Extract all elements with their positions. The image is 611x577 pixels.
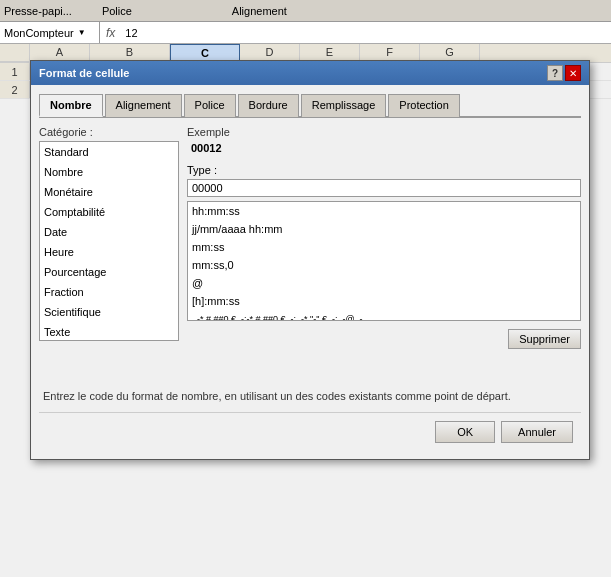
close-button[interactable]: ✕	[565, 65, 581, 81]
format-item[interactable]: jj/mm/aaaa hh:mm	[188, 220, 580, 238]
help-button[interactable]: ?	[547, 65, 563, 81]
tab-nombre[interactable]: Nombre	[39, 94, 103, 117]
dialog-tab-bar: Nombre Alignement Police Bordure Remplis…	[39, 93, 581, 118]
category-heure[interactable]: Heure	[40, 242, 178, 262]
category-scientifique[interactable]: Scientifique	[40, 302, 178, 322]
row-num-1: 1	[0, 63, 30, 80]
type-label: Type :	[187, 164, 581, 176]
alignement-tab[interactable]: Alignement	[232, 5, 287, 17]
annuler-button[interactable]: Annuler	[501, 421, 573, 443]
corner-cell	[0, 44, 30, 62]
name-box[interactable]: MonCompteur ▼	[0, 22, 100, 43]
supprimer-button[interactable]: Supprimer	[508, 329, 581, 349]
tab-protection[interactable]: Protection	[388, 94, 460, 117]
row-num-2: 2	[0, 81, 30, 98]
category-texte[interactable]: Texte	[40, 322, 178, 341]
tab-police[interactable]: Police	[184, 94, 236, 117]
presse-papi-tab[interactable]: Presse-papi...	[4, 5, 72, 17]
format-item[interactable]: [h]:mm:ss	[188, 292, 580, 310]
dialog-controls: ? ✕	[547, 65, 581, 81]
dialog-titlebar: Format de cellule ? ✕	[31, 61, 589, 85]
category-comptabilite[interactable]: Comptabilité	[40, 202, 178, 222]
app-tab-bar: Presse-papi... Police Alignement	[0, 0, 611, 22]
tab-bordure[interactable]: Bordure	[238, 94, 299, 117]
ok-button[interactable]: OK	[435, 421, 495, 443]
description-text: Entrez le code du format de nombre, en u…	[39, 389, 581, 404]
excel-background: Presse-papi... Police Alignement MonComp…	[0, 0, 611, 577]
format-list[interactable]: hh:mm:ss jj/mm/aaaa hh:mm mm:ss mm:ss,0 …	[187, 201, 581, 321]
right-panel: Exemple 00012 Type : hh:mm:ss jj/mm/aaaa…	[187, 126, 581, 349]
category-panel: Catégorie : Standard Nombre Monétaire Co…	[39, 126, 179, 349]
dialog-title: Format de cellule	[39, 67, 129, 79]
category-nombre[interactable]: Nombre	[40, 162, 178, 182]
format-cellule-dialog: Format de cellule ? ✕ Nombre Alignement …	[30, 60, 590, 460]
format-item[interactable]: _-* # ##0 €_-;-* # ##0 €_-;_-* "-" €_-;_…	[188, 310, 580, 321]
tab-alignement[interactable]: Alignement	[105, 94, 182, 117]
name-box-value: MonCompteur	[4, 27, 74, 39]
formula-bar: MonCompteur ▼ fx 12	[0, 22, 611, 44]
dialog-body: Nombre Alignement Police Bordure Remplis…	[31, 85, 589, 459]
fx-label: fx	[100, 26, 121, 40]
type-input[interactable]	[187, 179, 581, 197]
dialog-footer: OK Annuler	[39, 412, 581, 451]
example-value: 00012	[187, 140, 581, 156]
category-monetaire[interactable]: Monétaire	[40, 182, 178, 202]
category-pourcentage[interactable]: Pourcentage	[40, 262, 178, 282]
formula-value: 12	[121, 27, 611, 39]
category-date[interactable]: Date	[40, 222, 178, 242]
example-section: Exemple 00012	[187, 126, 581, 156]
category-standard[interactable]: Standard	[40, 142, 178, 162]
dropdown-arrow-icon[interactable]: ▼	[78, 28, 86, 37]
tab-remplissage[interactable]: Remplissage	[301, 94, 387, 117]
police-tab[interactable]: Police	[102, 5, 132, 17]
category-label: Catégorie :	[39, 126, 179, 138]
category-fraction[interactable]: Fraction	[40, 282, 178, 302]
format-item[interactable]: mm:ss	[188, 238, 580, 256]
format-item[interactable]: mm:ss,0	[188, 256, 580, 274]
category-list[interactable]: Standard Nombre Monétaire Comptabilité D…	[39, 141, 179, 341]
example-label: Exemple	[187, 126, 581, 138]
format-item[interactable]: hh:mm:ss	[188, 202, 580, 220]
format-item[interactable]: @	[188, 274, 580, 292]
type-section: Type :	[187, 164, 581, 201]
content-area: Catégorie : Standard Nombre Monétaire Co…	[39, 126, 581, 349]
